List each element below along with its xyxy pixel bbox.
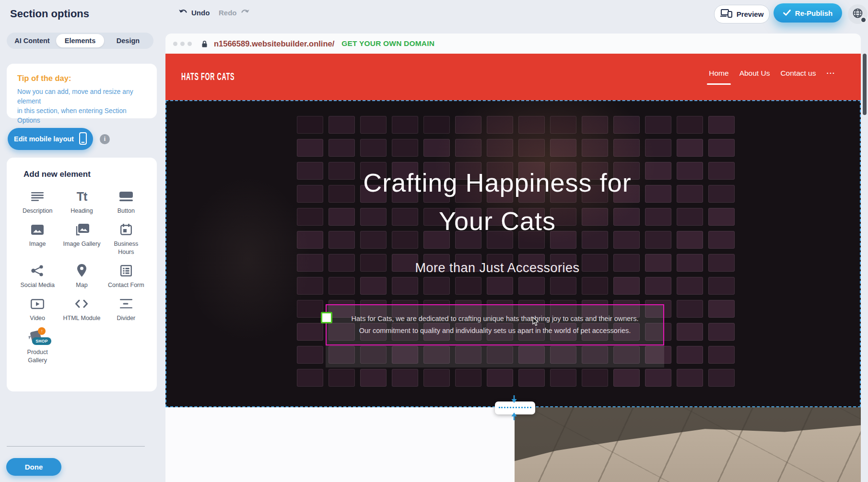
hero-tile bbox=[360, 277, 387, 295]
upgrade-badge-icon: ↑ bbox=[38, 327, 46, 335]
lock-icon bbox=[201, 40, 208, 47]
undo-button[interactable]: Undo bbox=[178, 8, 210, 17]
done-button[interactable]: Done bbox=[6, 458, 61, 476]
tab-elements[interactable]: Elements bbox=[56, 34, 104, 47]
hero-tile bbox=[360, 369, 387, 387]
element-description[interactable]: Description bbox=[15, 189, 59, 215]
social-media-icon bbox=[31, 263, 44, 278]
hero-tile bbox=[708, 116, 735, 134]
element-image[interactable]: Image bbox=[15, 222, 59, 256]
element-label: Product Gallery bbox=[17, 348, 58, 364]
element-label: Description bbox=[23, 207, 53, 215]
hero-section[interactable]: Crafting Happiness for Your Cats More th… bbox=[165, 100, 861, 407]
hero-tile bbox=[708, 300, 735, 318]
edit-mobile-layout-button[interactable]: Edit mobile layout bbox=[8, 128, 93, 150]
element-label: Divider bbox=[117, 314, 135, 322]
get-domain-link[interactable]: GET YOUR OWN DOMAIN bbox=[341, 39, 434, 48]
redo-icon bbox=[240, 8, 250, 17]
hero-tile bbox=[297, 346, 323, 364]
hero-tile bbox=[392, 369, 418, 387]
hero-tile bbox=[392, 277, 418, 295]
selected-paragraph[interactable]: Hats for Cats, we are dedicated to craft… bbox=[326, 304, 664, 345]
hero-tile bbox=[677, 300, 703, 318]
business-hours-icon bbox=[120, 222, 132, 237]
hero-tile bbox=[423, 369, 450, 387]
hero-subheading[interactable]: More than Just Accessories bbox=[166, 259, 828, 276]
hero-tile bbox=[645, 369, 671, 387]
hero-tile bbox=[487, 369, 513, 387]
browser-dot bbox=[188, 42, 192, 46]
site-logo[interactable]: HATS FOR CATS bbox=[181, 71, 235, 83]
element-video[interactable]: Video bbox=[15, 296, 59, 322]
browser-dot bbox=[180, 42, 185, 46]
nav-item-home[interactable]: Home bbox=[709, 69, 728, 78]
hero-tile bbox=[518, 277, 545, 295]
nav-more-icon[interactable]: ··· bbox=[827, 69, 836, 78]
element-label: HTML Module bbox=[63, 314, 100, 322]
hero-tile bbox=[392, 139, 418, 157]
element-label: Map bbox=[76, 281, 87, 289]
hero-tile bbox=[708, 346, 735, 364]
contact-form-icon bbox=[120, 263, 132, 278]
nav-item-about-us[interactable]: About Us bbox=[739, 69, 770, 78]
phone-icon bbox=[79, 132, 87, 146]
tab-design[interactable]: Design bbox=[104, 34, 152, 47]
element-html-module[interactable]: HTML Module bbox=[59, 296, 104, 322]
language-globe-button[interactable] bbox=[848, 4, 868, 24]
hero-tile bbox=[677, 323, 703, 341]
hero-tile bbox=[708, 369, 735, 387]
element-map[interactable]: Map bbox=[59, 263, 104, 289]
republish-button[interactable]: Re-Publish bbox=[774, 3, 842, 23]
hero-heading-line-1: Crafting Happiness for bbox=[166, 163, 828, 202]
element-label: Video bbox=[30, 314, 45, 322]
element-contact-form[interactable]: Contact Form bbox=[104, 263, 148, 289]
element-label: Image Gallery bbox=[63, 240, 101, 248]
section-height-resize-handle[interactable] bbox=[495, 402, 535, 414]
element-label: Image bbox=[29, 240, 46, 248]
element-social-media[interactable]: Social Media bbox=[15, 263, 59, 289]
nav-item-contact-us[interactable]: Contact us bbox=[780, 69, 816, 78]
element-heading[interactable]: Tt Heading bbox=[59, 189, 104, 215]
hero-tile bbox=[708, 323, 735, 341]
tip-body: Now you can add, move and resize any ele… bbox=[17, 87, 146, 126]
paving-photo bbox=[515, 407, 861, 482]
map-icon bbox=[77, 263, 86, 278]
element-button[interactable]: Button bbox=[104, 189, 148, 215]
element-image-gallery[interactable]: Image Gallery bbox=[59, 222, 104, 256]
page-title: Section options bbox=[10, 8, 89, 20]
info-icon[interactable]: i bbox=[100, 134, 110, 144]
add-new-element-card: Add new element Description Tt Heading B… bbox=[7, 158, 157, 391]
tip-of-the-day-card: Tip of the day: Now you can add, move an… bbox=[7, 64, 157, 118]
element-label: Button bbox=[117, 207, 135, 215]
hero-tile bbox=[708, 277, 735, 295]
undo-icon bbox=[178, 8, 188, 17]
preview-scrollbar-thumb[interactable] bbox=[863, 54, 867, 115]
element-divider[interactable]: Divider bbox=[104, 296, 148, 322]
hero-tile bbox=[423, 277, 450, 295]
hero-tile bbox=[360, 116, 387, 134]
hero-tile bbox=[455, 277, 481, 295]
preview-button[interactable]: Preview bbox=[714, 5, 770, 23]
check-icon bbox=[783, 9, 791, 17]
globe-status-dot bbox=[860, 17, 867, 23]
element-business-hours[interactable]: Business Hours bbox=[104, 222, 148, 256]
app-window: Section options Undo Redo Preview Re-Pub… bbox=[0, 0, 868, 482]
hero-tile bbox=[582, 277, 608, 295]
hero-tile bbox=[677, 369, 703, 387]
hero-heading[interactable]: Crafting Happiness for Your Cats bbox=[166, 163, 828, 240]
element-product-gallery[interactable]: ↑ SHOP Product Gallery bbox=[15, 329, 59, 364]
image-gallery-icon bbox=[74, 222, 89, 237]
description-icon bbox=[31, 189, 44, 204]
hero-tile bbox=[613, 369, 640, 387]
element-label: Heading bbox=[70, 207, 93, 215]
hero-heading-line-2: Your Cats bbox=[166, 202, 828, 240]
selection-resize-handle[interactable] bbox=[321, 312, 332, 323]
add-element-title: Add new element bbox=[23, 170, 148, 179]
browser-dot bbox=[173, 42, 177, 46]
paragraph-line-2: Our commitment to quality and individual… bbox=[327, 325, 663, 337]
tab-ai-content[interactable]: AI Content bbox=[8, 34, 56, 47]
redo-button[interactable]: Redo bbox=[219, 8, 250, 17]
heading-icon: Tt bbox=[77, 189, 87, 204]
site-header: HATS FOR CATS Home About Us Contact us ·… bbox=[165, 54, 861, 100]
sidebar-divider bbox=[7, 446, 145, 447]
